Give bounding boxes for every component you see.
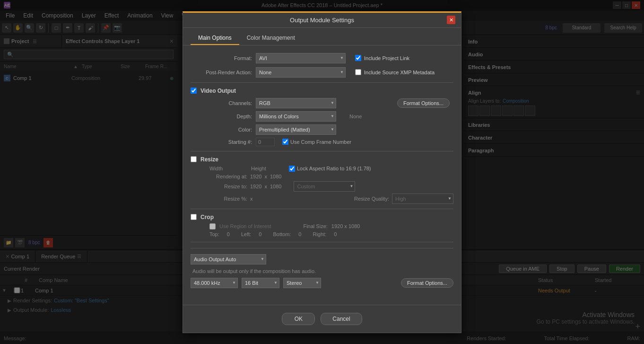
format-label: Format:	[191, 55, 252, 61]
lock-aspect-checkbox[interactable]	[289, 166, 295, 172]
video-output-checkbox[interactable]	[191, 88, 197, 94]
format-options-button-audio[interactable]: Format Options...	[401, 278, 453, 288]
custom-select-wrapper: Custom	[294, 181, 355, 192]
post-render-select[interactable]: None	[256, 67, 346, 78]
resize-quality-select: High	[392, 194, 453, 204]
format-row: Format: AVI Include Project Link	[191, 53, 453, 63]
modal-overlay: Output Module Settings ✕ Main Options Co…	[0, 0, 644, 344]
depth-select[interactable]: Millions of Colors	[256, 111, 336, 122]
divider-4	[191, 242, 453, 242]
resize-to-row: Resize to: 1920 x 1080 Custom	[209, 181, 453, 192]
color-row: Color: Premultiplied (Matted)	[200, 124, 453, 135]
modal-footer: OK Cancel	[183, 305, 461, 333]
rendering-at-w: 1920	[250, 174, 261, 179]
color-label: Color:	[200, 127, 252, 132]
video-output-label[interactable]: Video Output	[200, 88, 236, 94]
include-project-link-checkbox[interactable]	[355, 55, 361, 61]
resize-label[interactable]: Resize	[200, 156, 218, 163]
starting-num-input[interactable]	[256, 138, 275, 146]
depth-row: Depth: Millions of Colors None	[200, 111, 453, 122]
resize-pct-label: Resize %:	[209, 196, 247, 202]
resize-pct-row: Resize %: x Resize Quality: High	[209, 194, 453, 204]
ok-button[interactable]: OK	[282, 313, 315, 325]
use-comp-frame-row: Use Comp Frame Number	[282, 139, 351, 145]
channels-row: Channels: RGB Format Options...	[200, 98, 453, 108]
starting-num-label: Starting #:	[200, 139, 252, 145]
audio-note: Audio will be output only if the composi…	[192, 268, 453, 274]
crop-header: Crop	[191, 214, 453, 221]
left-value: 0	[259, 231, 261, 237]
post-render-label: Post-Render Action:	[191, 70, 252, 75]
custom-select: Custom	[294, 181, 355, 192]
divider-3	[191, 209, 453, 209]
tab-color-management[interactable]: Color Management	[239, 32, 303, 45]
modal-title-bar: Output Module Settings ✕	[183, 13, 461, 28]
resize-quality-wrapper: High	[392, 194, 453, 204]
include-xmp-label[interactable]: Include Source XMP Metadata	[364, 70, 435, 75]
depth-none-label: None	[349, 114, 362, 119]
include-project-link-label[interactable]: Include Project Link	[364, 55, 409, 61]
top-value: 0	[227, 231, 230, 237]
post-render-row: Post-Render Action: None Include Source …	[191, 67, 453, 78]
audio-khz-wrapper: 48.000 kHz	[191, 278, 238, 288]
audio-format-options-wrapper: Format Options...	[401, 278, 453, 288]
resize-quality-label: Resize Quality:	[354, 196, 389, 202]
color-select-wrapper: Premultiplied (Matted)	[256, 124, 336, 135]
channels-select-wrapper: RGB	[256, 98, 336, 108]
audio-format-row: 48.000 kHz 16 Bit Stereo Form	[191, 278, 453, 288]
modal-close-button[interactable]: ✕	[447, 16, 455, 24]
lock-aspect-label[interactable]: Lock Aspect Ratio to 16:9 (1.78)	[297, 166, 371, 171]
audio-header: Audio Output Auto	[191, 254, 453, 265]
output-module-settings-dialog: Output Module Settings ✕ Main Options Co…	[183, 11, 461, 333]
crop-checkbox[interactable]	[191, 214, 197, 220]
channels-label: Channels:	[200, 100, 252, 106]
audio-output-wrapper: Audio Output Auto	[191, 254, 266, 265]
final-size-label: Final Size:	[303, 223, 327, 229]
crop-section: Crop Use Region of Interest Final Size: …	[191, 214, 453, 237]
use-roi-label: Use Region of Interest	[219, 223, 271, 229]
channels-select[interactable]: RGB	[256, 98, 336, 108]
bottom-label: Bottom:	[273, 231, 291, 237]
audio-bit-select[interactable]: 16 Bit	[242, 278, 279, 288]
divider-1	[191, 82, 453, 83]
include-xmp-row: Include Source XMP Metadata	[355, 69, 435, 75]
audio-khz-select[interactable]: 48.000 kHz	[191, 278, 238, 288]
audio-channel-select[interactable]: Stereo	[283, 278, 321, 288]
format-options-button-video[interactable]: Format Options...	[397, 98, 450, 108]
lock-aspect-row: Lock Aspect Ratio to 16:9 (1.78)	[289, 166, 371, 172]
audio-output-select[interactable]: Audio Output Auto	[191, 254, 266, 265]
audio-output-section: Audio Output Auto Audio will be output o…	[191, 248, 453, 288]
resize-header: Resize	[191, 156, 453, 163]
starting-num-row: Starting #: Use Comp Frame Number	[200, 138, 453, 146]
include-xmp-checkbox[interactable]	[355, 69, 361, 75]
cancel-button[interactable]: Cancel	[321, 313, 362, 325]
bottom-value: 0	[298, 231, 301, 237]
color-select[interactable]: Premultiplied (Matted)	[256, 124, 336, 135]
resize-to-h: 1080	[270, 184, 281, 189]
resize-checkbox[interactable]	[191, 156, 197, 162]
depth-select-wrapper: Millions of Colors	[256, 111, 336, 122]
use-roi-checkbox[interactable]	[209, 223, 216, 229]
resize-to-w: 1920	[250, 184, 261, 189]
format-select[interactable]: AVI	[256, 53, 346, 63]
crop-label[interactable]: Crop	[200, 214, 214, 221]
width-label: Width	[209, 166, 247, 171]
modal-body: Format: AVI Include Project Link Post-Re…	[183, 45, 461, 305]
right-label: Right:	[313, 231, 326, 237]
use-comp-frame-label[interactable]: Use Comp Frame Number	[290, 139, 351, 145]
post-render-select-wrapper: None	[256, 67, 346, 78]
rendering-at-row: Rendering at: 1920 x 1080	[209, 174, 453, 179]
use-comp-frame-checkbox[interactable]	[282, 139, 288, 145]
tab-main-options[interactable]: Main Options	[191, 32, 239, 45]
use-roi-row: Use Region of Interest Final Size: 1920 …	[209, 223, 453, 229]
resize-to-x: x	[264, 184, 267, 189]
final-size-value: 1920 x 1080	[331, 223, 360, 229]
height-label: Height	[251, 166, 279, 171]
audio-channel-wrapper: Stereo	[283, 278, 321, 288]
modal-tabs: Main Options Color Management	[183, 28, 461, 45]
resize-to-label: Resize to:	[209, 184, 247, 189]
rendering-at-h: 1080	[270, 174, 281, 179]
modal-title: Output Module Settings	[197, 17, 447, 24]
divider-2	[191, 151, 453, 151]
rendering-at-x: x	[264, 174, 267, 179]
